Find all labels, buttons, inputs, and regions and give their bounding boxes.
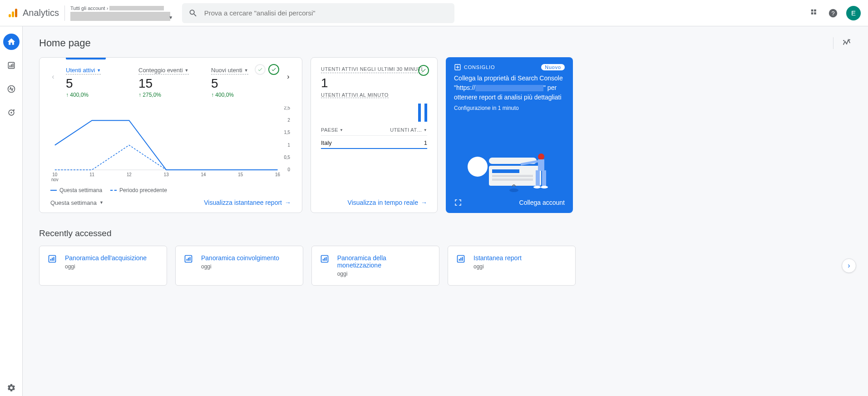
sidebar-item-admin[interactable] (3, 380, 20, 396)
help-icon[interactable]: ? (828, 8, 838, 18)
svg-rect-50 (54, 257, 54, 261)
svg-rect-49 (52, 258, 53, 261)
arrow-right-icon: → (285, 199, 291, 206)
legend-dashed-line (110, 190, 117, 191)
svg-rect-54 (190, 257, 191, 261)
svg-rect-38 (492, 175, 533, 177)
avatar[interactable]: E (846, 6, 861, 20)
tip-body: Collega la proprietà di Search Console "… (454, 74, 565, 102)
svg-text:?: ? (831, 10, 834, 16)
svg-rect-52 (187, 259, 187, 261)
metric-new-users[interactable]: Nuovi utenti▼ 5 ↑ 400,0% (211, 67, 284, 98)
recent-card[interactable]: Panoramica della monetizzazioneoggi (311, 246, 439, 286)
recent-card[interactable]: Panoramica dell'acquisizioneoggi (39, 246, 167, 286)
svg-text:2: 2 (288, 118, 290, 123)
chevron-down-icon: ▼ (168, 15, 173, 20)
insights-button[interactable] (833, 37, 852, 49)
sidebar (0, 26, 23, 396)
date-range-selector[interactable]: Questa settimana▼ (50, 199, 104, 206)
svg-rect-56 (323, 259, 324, 261)
tip-card: CONSIGLIO Nuovo Collega la proprietà di … (446, 57, 573, 213)
svg-rect-57 (324, 258, 325, 261)
svg-rect-43 (542, 170, 546, 186)
svg-rect-58 (326, 257, 327, 261)
page-title: Home page (39, 37, 852, 49)
chevron-down-icon: ▼ (424, 128, 427, 132)
report-icon (48, 254, 59, 265)
metric-active-users[interactable]: Utenti attivi▼ 5 ↑ 400,0% (66, 67, 138, 98)
chevron-down-icon: ▼ (340, 128, 343, 132)
recent-card[interactable]: Panoramica coinvolgimentooggi (175, 246, 303, 286)
svg-point-34 (468, 157, 488, 177)
users-header[interactable]: UTENTI AT… ▼ (390, 127, 427, 133)
svg-rect-1 (12, 11, 14, 17)
realtime-subtitle: UTENTI ATTIVI AL MINUTO (321, 92, 389, 98)
svg-text:15: 15 (238, 172, 243, 177)
svg-text:14: 14 (201, 172, 206, 177)
svg-text:0,5: 0,5 (284, 155, 290, 160)
realtime-title: UTENTI ATTIVI NEGLI ULTIMI 30 MINUTI (321, 66, 423, 73)
svg-text:1: 1 (288, 143, 291, 148)
svg-rect-3 (811, 9, 814, 11)
svg-rect-11 (11, 64, 12, 68)
new-badge: Nuovo (541, 64, 565, 70)
sidebar-item-explore[interactable] (3, 81, 20, 97)
svg-point-15 (10, 112, 12, 113)
svg-text:10: 10 (52, 172, 57, 177)
report-icon (184, 254, 195, 265)
chevron-down-icon: ▼ (244, 68, 248, 73)
tip-illustration (454, 115, 565, 194)
svg-rect-60 (459, 259, 460, 261)
svg-rect-12 (12, 64, 13, 67)
status-badge-ok (418, 65, 429, 76)
search-input[interactable] (204, 9, 448, 17)
legend-solid-line (50, 190, 57, 191)
recent-card[interactable]: Istantanea reportoggi (448, 246, 576, 286)
svg-rect-61 (460, 258, 461, 261)
svg-text:2,5: 2,5 (284, 106, 290, 110)
account-picker[interactable]: Tutti gli account › ▼ (64, 5, 170, 21)
svg-point-45 (541, 186, 548, 188)
realtime-sparkline (321, 102, 427, 122)
chevron-down-icon: ▼ (185, 68, 189, 73)
search-box[interactable] (182, 3, 454, 23)
realtime-table: PAESE ▼UTENTI AT… ▼ Italy1 (321, 127, 427, 149)
svg-rect-62 (462, 257, 463, 261)
svg-text:11: 11 (89, 172, 94, 177)
search-icon (188, 8, 198, 18)
svg-text:12: 12 (127, 172, 132, 177)
realtime-card: UTENTI ATTIVI NEGLI ULTIMI 30 MINUTI 1 U… (311, 57, 438, 213)
next-recent-button[interactable]: › (842, 258, 856, 273)
sidebar-item-home[interactable] (3, 34, 20, 50)
view-realtime-link[interactable]: Visualizza in tempo reale→ (348, 199, 427, 206)
svg-text:16: 16 (275, 172, 280, 177)
fullscreen-icon[interactable] (454, 198, 462, 207)
svg-point-46 (509, 188, 518, 192)
svg-rect-48 (50, 259, 51, 261)
country-header[interactable]: PAESE ▼ (321, 127, 343, 133)
metric-event-count[interactable]: Conteggio eventi▼ 15 ↑ 275,0% (138, 67, 211, 98)
sidebar-item-advertising[interactable] (3, 104, 20, 121)
app-name: Analytics (23, 8, 59, 18)
report-icon (456, 254, 467, 265)
recently-accessed-list: Panoramica dell'acquisizioneoggi Panoram… (39, 246, 852, 286)
svg-rect-10 (9, 65, 10, 67)
svg-rect-6 (814, 12, 816, 15)
svg-text:13: 13 (164, 172, 169, 177)
svg-rect-37 (492, 169, 519, 173)
sidebar-item-reports[interactable] (3, 57, 20, 74)
svg-rect-2 (15, 9, 17, 17)
svg-rect-4 (814, 9, 816, 11)
active-tab-indicator (66, 58, 106, 59)
analytics-logo-icon (7, 8, 18, 19)
svg-rect-0 (9, 14, 11, 17)
svg-rect-41 (538, 159, 544, 171)
svg-point-44 (533, 186, 541, 188)
app-header: Analytics Tutti gli account › ▼ ? E (0, 0, 868, 26)
svg-rect-42 (536, 170, 540, 186)
view-reports-link[interactable]: Visualizza istantanee report→ (204, 199, 291, 206)
account-breadcrumb: Tutti gli account (70, 5, 105, 11)
svg-rect-5 (811, 12, 814, 15)
apps-icon[interactable] (810, 8, 820, 18)
link-account-button[interactable]: Collega account (519, 199, 565, 206)
